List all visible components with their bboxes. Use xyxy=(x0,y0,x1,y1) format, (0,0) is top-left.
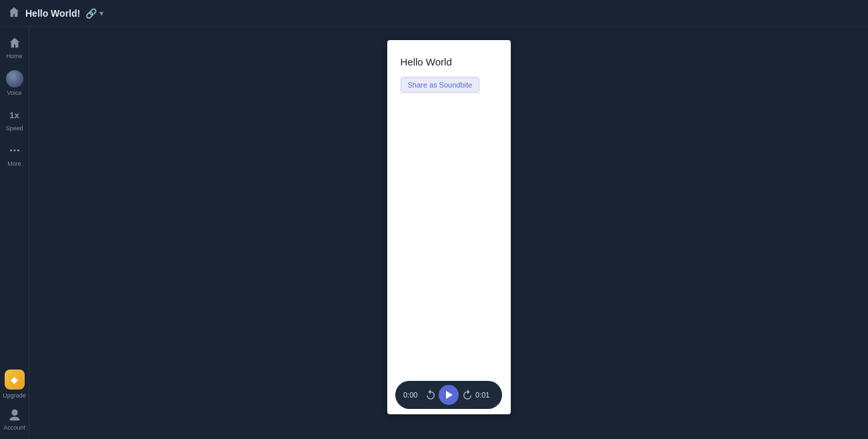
header: Hello World! 🔗 ▾ xyxy=(0,0,868,27)
play-button[interactable] xyxy=(439,385,459,405)
page-title: Hello World! xyxy=(25,8,80,19)
rewind-button[interactable] xyxy=(423,388,438,402)
svg-point-0 xyxy=(9,149,11,151)
account-button[interactable]: Account xyxy=(3,407,25,431)
upgrade-label: Upgrade xyxy=(3,392,26,399)
svg-point-1 xyxy=(13,149,15,151)
time-end: 0:01 xyxy=(475,391,494,399)
upgrade-button[interactable]: ◆ xyxy=(5,370,25,390)
account-icon xyxy=(6,407,23,424)
main-layout: Home Voice 1x Speed More xyxy=(0,27,868,439)
account-label: Account xyxy=(3,424,25,431)
sidebar-item-home[interactable]: Home xyxy=(0,35,29,59)
speed-icon: 1x xyxy=(7,107,23,123)
sidebar-item-speed[interactable]: 1x Speed xyxy=(0,107,29,132)
sidebar-speed-label: Speed xyxy=(5,125,23,132)
document-title: Hello World xyxy=(401,56,497,67)
sidebar-home-label: Home xyxy=(6,53,22,59)
sidebar: Home Voice 1x Speed More xyxy=(0,27,29,439)
voice-avatar xyxy=(6,70,23,88)
svg-point-2 xyxy=(17,149,19,151)
document-panel: Hello World Share as Soundbite 0:00 xyxy=(387,40,511,414)
audio-player: 0:00 0:01 xyxy=(395,381,502,409)
home-icon xyxy=(7,35,23,51)
sidebar-item-more[interactable]: More xyxy=(0,142,29,167)
sidebar-voice-label: Voice xyxy=(7,90,21,96)
chevron-down-icon[interactable]: ▾ xyxy=(99,9,103,18)
play-icon xyxy=(446,391,453,399)
share-soundbite-button[interactable]: Share as Soundbite xyxy=(401,77,480,93)
link-icon[interactable]: 🔗 xyxy=(85,8,97,19)
diamond-icon: ◆ xyxy=(11,374,18,385)
sidebar-more-label: More xyxy=(7,160,21,167)
sidebar-item-voice[interactable]: Voice xyxy=(0,70,29,96)
dots-icon xyxy=(7,142,23,158)
sidebar-bottom: ◆ Upgrade Account xyxy=(0,370,29,431)
time-start: 0:00 xyxy=(403,391,422,399)
content-area: Hello World Share as Soundbite 0:00 xyxy=(29,27,868,439)
home-icon xyxy=(8,6,20,21)
forward-button[interactable] xyxy=(460,388,475,402)
